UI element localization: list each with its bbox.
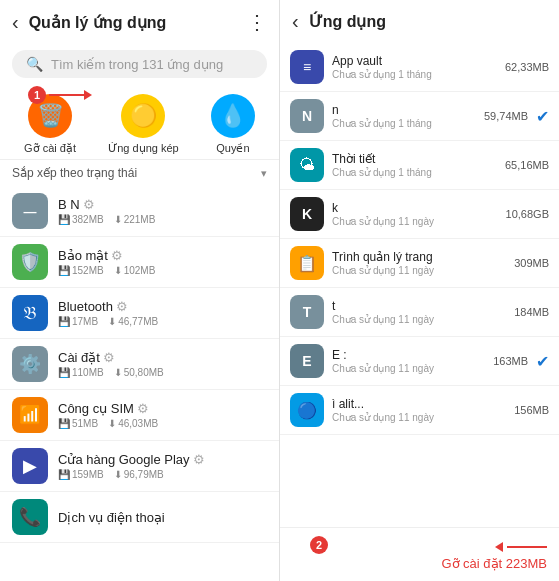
download-icon: ⬇: [114, 469, 122, 480]
list-item[interactable]: ⚙️ Cài đặt ⚙ 💾 110MB ⬇ 50,80MB: [0, 339, 279, 390]
settings-icon: ⚙: [83, 197, 95, 212]
app-icon: ≡: [290, 50, 324, 84]
app-info: Cửa hàng Google Play ⚙ 💾 159MB ⬇ 96,79MB: [58, 452, 267, 480]
app-sub: Chưa sử dụng 11 ngày: [332, 363, 485, 374]
app-size: 59,74MB: [484, 110, 528, 122]
right-app-list: ≡ App vault Chưa sử dụng 1 tháng 62,33MB…: [280, 43, 559, 527]
list-item[interactable]: — B N ⚙ 💾 382MB ⬇ 221MB: [0, 186, 279, 237]
download-icon: ⬇: [114, 214, 122, 225]
app-name: t: [332, 299, 506, 313]
app-sub: Chưa sử dụng 1 tháng: [332, 69, 497, 80]
app-sub: Chưa sử dụng 1 tháng: [332, 167, 497, 178]
list-item[interactable]: E E : Chưa sử dụng 11 ngày 163MB ✔: [280, 337, 559, 386]
permissions-action[interactable]: 💧 Quyền: [211, 94, 255, 155]
list-item[interactable]: 𝔅 Bluetooth ⚙ 💾 17MB ⬇ 46,77MB: [0, 288, 279, 339]
settings-icon: ⚙: [103, 350, 115, 365]
dual-app-icon: 🟡: [121, 94, 165, 138]
badge-2: 2: [310, 536, 328, 554]
app-icon: 𝔅: [12, 295, 48, 331]
left-panel: ‹ Quản lý ứng dụng ⋮ 🔍 Tìm kiếm trong 13…: [0, 0, 280, 581]
badge-1: 1: [28, 86, 46, 104]
storage-icon: 💾: [58, 367, 70, 378]
list-item[interactable]: ▶ Cửa hàng Google Play ⚙ 💾 159MB ⬇ 96,79…: [0, 441, 279, 492]
permissions-icon: 💧: [211, 94, 255, 138]
app-name: E :: [332, 348, 485, 362]
app-icon: 📶: [12, 397, 48, 433]
storage-icon: 💾: [58, 214, 70, 225]
list-item[interactable]: 📶 Công cụ SIM ⚙ 💾 51MB ⬇ 46,03MB: [0, 390, 279, 441]
more-button[interactable]: ⋮: [247, 10, 267, 34]
left-title: Quản lý ứng dụng: [29, 13, 247, 32]
app-icon: 🌤: [290, 148, 324, 182]
app-sub: Chưa sử dụng 1 tháng: [332, 118, 476, 129]
search-bar[interactable]: 🔍 Tìm kiếm trong 131 ứng dụng: [12, 50, 267, 78]
list-item[interactable]: 📋 Trình quản lý trang Chưa sử dụng 11 ng…: [280, 239, 559, 288]
app-sub: Chưa sử dụng 11 ngày: [332, 314, 506, 325]
app-info: Bảo mật ⚙ 💾 152MB ⬇ 102MB: [58, 248, 267, 276]
app-info: Cài đặt ⚙ 💾 110MB ⬇ 50,80MB: [58, 350, 267, 378]
app-name: Dịch vụ điện thoại: [58, 510, 267, 525]
app-icon: ⚙️: [12, 346, 48, 382]
search-input: Tìm kiếm trong 131 ứng dụng: [51, 57, 223, 72]
storage-icon: 💾: [58, 316, 70, 327]
list-item[interactable]: K k Chưa sử dụng 11 ngày 10,68GB: [280, 190, 559, 239]
app-size: 62,33MB: [505, 61, 549, 73]
app-name: Cài đặt ⚙: [58, 350, 267, 365]
uninstall-label: Gỡ cài đặt: [24, 142, 76, 155]
app-sizes: 💾 110MB ⬇ 50,80MB: [58, 367, 267, 378]
list-item[interactable]: 🔵 ì alit... Chưa sử dụng 11 ngày 156MB: [280, 386, 559, 435]
download-icon: ⬇: [108, 418, 116, 429]
list-item[interactable]: ≡ App vault Chưa sử dụng 1 tháng 62,33MB: [280, 43, 559, 92]
app-name: Cửa hàng Google Play ⚙: [58, 452, 267, 467]
app-size: 184MB: [514, 306, 549, 318]
app-sizes: 💾 51MB ⬇ 46,03MB: [58, 418, 267, 429]
arrow-line: [507, 546, 547, 548]
app-size: 309MB: [514, 257, 549, 269]
app-name: Bluetooth ⚙: [58, 299, 267, 314]
storage-icon: 💾: [58, 418, 70, 429]
dual-app-action[interactable]: 🟡 Ứng dụng kép: [108, 94, 178, 155]
arrow-head-1: [84, 90, 92, 100]
app-size: 156MB: [514, 404, 549, 416]
app-icon: K: [290, 197, 324, 231]
app-info: k Chưa sử dụng 11 ngày: [332, 201, 498, 227]
list-item[interactable]: 🌤 Thời tiết Chưa sử dụng 1 tháng 65,16MB: [280, 141, 559, 190]
sort-row[interactable]: Sắp xếp theo trạng thái ▾: [0, 159, 279, 186]
app-size: 163MB: [493, 355, 528, 367]
app-name: App vault: [332, 54, 497, 68]
app-sizes: 💾 17MB ⬇ 46,77MB: [58, 316, 267, 327]
app-name: Công cụ SIM ⚙: [58, 401, 267, 416]
settings-icon: ⚙: [137, 401, 149, 416]
settings-icon: ⚙: [193, 452, 205, 467]
list-item[interactable]: N n Chưa sử dụng 1 tháng 59,74MB ✔: [280, 92, 559, 141]
settings-icon: ⚙: [111, 248, 123, 263]
app-name: k: [332, 201, 498, 215]
list-item[interactable]: 🛡️ Bảo mật ⚙ 💾 152MB ⬇ 102MB: [0, 237, 279, 288]
app-info: Thời tiết Chưa sử dụng 1 tháng: [332, 152, 497, 178]
uninstall-hint-label: Gỡ cài đặt 223MB: [292, 556, 547, 571]
app-sizes: 💾 159MB ⬇ 96,79MB: [58, 469, 267, 480]
app-info: n Chưa sử dụng 1 tháng: [332, 103, 476, 129]
app-info: B N ⚙ 💾 382MB ⬇ 221MB: [58, 197, 267, 225]
app-sizes: 💾 152MB ⬇ 102MB: [58, 265, 267, 276]
app-sub: Chưa sử dụng 11 ngày: [332, 265, 506, 276]
app-name: B N ⚙: [58, 197, 267, 212]
arrow-left-icon: [495, 542, 503, 552]
app-icon: 🛡️: [12, 244, 48, 280]
right-title: Ứng dụng: [309, 12, 547, 31]
quick-actions: 1 🗑️ Gỡ cài đặt 🟡 Ứng dụng kép 💧 Quyền: [0, 84, 279, 159]
download-icon: ⬇: [114, 367, 122, 378]
back-button[interactable]: ‹: [12, 11, 19, 34]
app-size: 10,68GB: [506, 208, 549, 220]
list-item[interactable]: T t Chưa sử dụng 11 ngày 184MB: [280, 288, 559, 337]
list-item[interactable]: 📞 Dịch vụ điện thoại: [0, 492, 279, 543]
right-back-button[interactable]: ‹: [292, 10, 299, 33]
bottom-hint: 2 Gỡ cài đặt 223MB: [280, 527, 559, 581]
app-name: n: [332, 103, 476, 117]
app-icon: E: [290, 344, 324, 378]
app-size: 65,16MB: [505, 159, 549, 171]
app-name: Thời tiết: [332, 152, 497, 166]
app-info: Công cụ SIM ⚙ 💾 51MB ⬇ 46,03MB: [58, 401, 267, 429]
app-name: ì alit...: [332, 397, 506, 411]
right-header: ‹ Ứng dụng: [280, 0, 559, 43]
